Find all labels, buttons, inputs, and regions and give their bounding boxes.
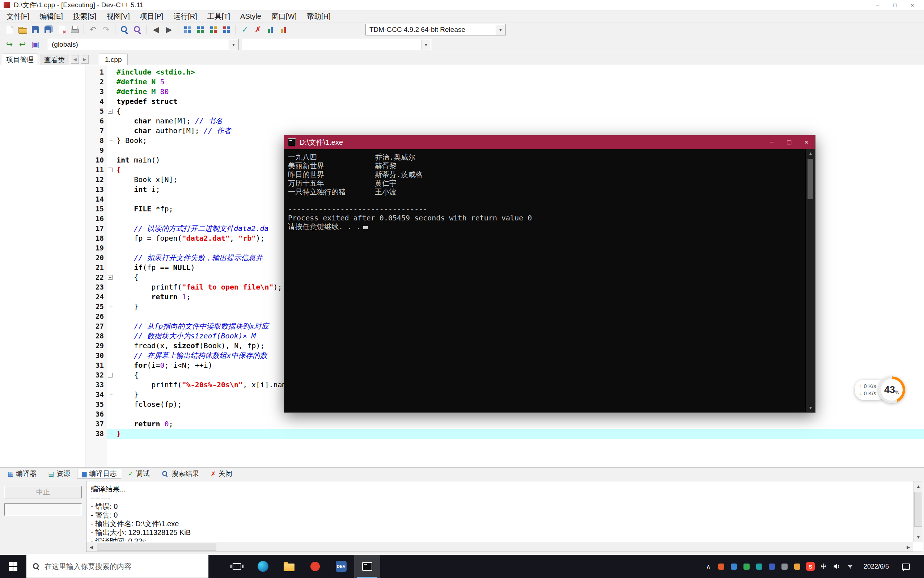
tab-scroll-right-button[interactable]: ▶ <box>81 55 89 64</box>
console-maximize-button[interactable]: □ <box>780 135 798 149</box>
close-file-icon[interactable] <box>55 24 68 36</box>
search-input[interactable] <box>44 562 208 571</box>
redo-icon[interactable]: ↷ <box>99 24 112 36</box>
notification-center-button[interactable] <box>898 563 914 570</box>
print-icon[interactable] <box>68 24 81 36</box>
volume-icon[interactable] <box>833 562 841 571</box>
tab-scroll-left-button[interactable]: ◀ <box>71 55 79 64</box>
scrollbar-thumb[interactable] <box>807 159 813 199</box>
scroll-down-icon[interactable]: ▼ <box>806 404 815 412</box>
net-speed-widget[interactable]: ↑ 0 K/s ↓ 0 K/s 43 % <box>855 377 905 403</box>
ime-indicator[interactable]: 中 <box>820 562 827 571</box>
tray-icon-5[interactable] <box>768 562 775 571</box>
stop-execution-icon[interactable]: ✗ <box>251 24 264 36</box>
scroll-left-icon[interactable]: ◀ <box>86 542 96 552</box>
menu-item-5[interactable]: 项目[P] <box>135 10 168 23</box>
project-panel[interactable] <box>0 65 85 467</box>
console-scrollbar[interactable]: ▲ ▼ <box>805 149 815 412</box>
clear-profile-icon[interactable] <box>277 24 290 36</box>
compile-icon[interactable] <box>181 24 194 36</box>
tray-icon-7[interactable] <box>793 562 801 571</box>
compile-log-tab[interactable]: ▆编译日志 <box>77 469 121 479</box>
save-icon[interactable] <box>29 24 42 36</box>
code-line-6[interactable]: 6 char name[M]; // 书名 <box>85 116 924 126</box>
scroll-up-icon[interactable]: ▲ <box>914 481 923 491</box>
scroll-right-icon[interactable]: ▶ <box>903 542 913 552</box>
editor-tab-1cpp[interactable]: 1.cpp <box>99 54 128 65</box>
start-button[interactable] <box>0 555 26 578</box>
titlebar[interactable]: D:\文件\1.cpp - [Executing] - Dev-C++ 5.11… <box>0 0 924 10</box>
menu-item-6[interactable]: 运行[R] <box>168 10 202 23</box>
compiler-tab[interactable]: ▦编译器 <box>3 469 41 479</box>
fold-marker[interactable] <box>107 165 113 175</box>
menu-item-3[interactable]: 搜索[S] <box>68 10 101 23</box>
code-line-2[interactable]: 2#define N 5 <box>85 77 924 87</box>
maximize-button[interactable]: □ <box>887 0 904 10</box>
hidden-icons-chevron[interactable]: ∧ <box>705 562 712 571</box>
taskbar-clock[interactable]: 2022/6/5 <box>859 563 893 570</box>
code-line-38[interactable]: 38} <box>85 429 924 438</box>
run-icon[interactable] <box>194 24 207 36</box>
chevron-down-icon[interactable]: ▾ <box>496 24 505 35</box>
chevron-down-icon[interactable]: ▾ <box>229 39 238 50</box>
chevron-down-icon[interactable]: ▾ <box>421 39 431 50</box>
debug-tab[interactable]: ✓调试 <box>123 469 154 479</box>
devcpp-taskbar-icon[interactable]: DEV <box>328 555 354 578</box>
menu-item-7[interactable]: 工具[T] <box>202 10 235 23</box>
code-line-4[interactable]: 4typedef struct <box>85 97 924 106</box>
fold-marker[interactable] <box>107 106 113 116</box>
open-file-icon[interactable] <box>16 24 29 36</box>
scroll-down-icon[interactable]: ▼ <box>914 532 923 542</box>
edge-icon[interactable] <box>250 555 276 578</box>
code-line-1[interactable]: 1#include <stdio.h> <box>85 67 924 77</box>
taskbar-search[interactable] <box>26 555 209 578</box>
replace-icon[interactable] <box>131 24 144 36</box>
console-taskbar-icon[interactable] <box>354 555 380 578</box>
rebuild-all-icon[interactable] <box>220 24 233 36</box>
menu-item-1[interactable]: 文件[F] <box>2 10 34 23</box>
goto-declaration-icon[interactable]: ↪ <box>3 38 16 51</box>
usage-ring[interactable]: 43 % <box>879 377 905 403</box>
code-line-3[interactable]: 3#define M 80 <box>85 87 924 97</box>
network-icon[interactable] <box>846 562 854 571</box>
panel-tab-1[interactable]: 项目管理 <box>2 54 38 65</box>
code-line-37[interactable]: 37 return 0; <box>85 419 924 429</box>
tray-icon-2[interactable] <box>730 562 737 571</box>
forward-icon[interactable]: ▶ <box>162 24 175 36</box>
file-explorer-icon[interactable] <box>276 555 302 578</box>
console-close-button[interactable]: × <box>798 135 815 149</box>
fold-marker[interactable] <box>107 273 113 282</box>
profile-icon[interactable] <box>264 24 277 36</box>
compiler-select[interactable]: TDM-GCC 4.9.2 64-bit Release ▾ <box>365 24 506 36</box>
find-icon[interactable] <box>118 24 131 36</box>
globals-select[interactable]: (globals) ▾ <box>48 39 239 50</box>
goto-definition-icon[interactable]: ↩ <box>16 38 29 51</box>
tray-icon-1[interactable] <box>717 562 725 571</box>
tray-icon-4[interactable] <box>755 562 763 571</box>
tray-icon-3[interactable] <box>743 562 750 571</box>
close-button[interactable]: × <box>904 0 921 10</box>
menu-item-4[interactable]: 视图[V] <box>101 10 135 23</box>
minimize-button[interactable]: − <box>869 0 887 10</box>
members-select[interactable]: ▾ <box>242 39 431 50</box>
search-results-tab[interactable]: 搜索结果 <box>156 469 204 479</box>
menu-item-10[interactable]: 帮助[H] <box>302 10 336 23</box>
code-line-7[interactable]: 7 char author[M]; // 作者 <box>85 126 924 136</box>
log-horizontal-scrollbar[interactable]: ◀ ▶ <box>86 542 913 552</box>
log-vertical-scrollbar[interactable]: ▲ ▼ <box>913 481 923 542</box>
console-titlebar[interactable]: D:\文件\1.exe −□× <box>284 135 815 149</box>
sogou-input-icon[interactable]: S <box>806 562 815 571</box>
syntax-check-icon[interactable]: ✓ <box>238 24 251 36</box>
menu-item-8[interactable]: AStyle <box>235 10 266 23</box>
scroll-up-icon[interactable]: ▲ <box>806 149 815 158</box>
scrollbar-thumb[interactable] <box>914 492 922 527</box>
class-browser-icon[interactable]: ▣ <box>29 38 42 51</box>
close-panel-tab[interactable]: ✗关闭 <box>206 469 237 479</box>
back-icon[interactable]: ◀ <box>149 24 162 36</box>
task-view-button[interactable] <box>224 555 250 578</box>
menu-item-2[interactable]: 编辑[E] <box>34 10 68 23</box>
compile-run-icon[interactable] <box>207 24 220 36</box>
code-line-5[interactable]: 5{ <box>85 106 924 116</box>
panel-tab-2[interactable]: 查看类 <box>40 55 69 65</box>
undo-icon[interactable]: ↶ <box>86 24 99 36</box>
